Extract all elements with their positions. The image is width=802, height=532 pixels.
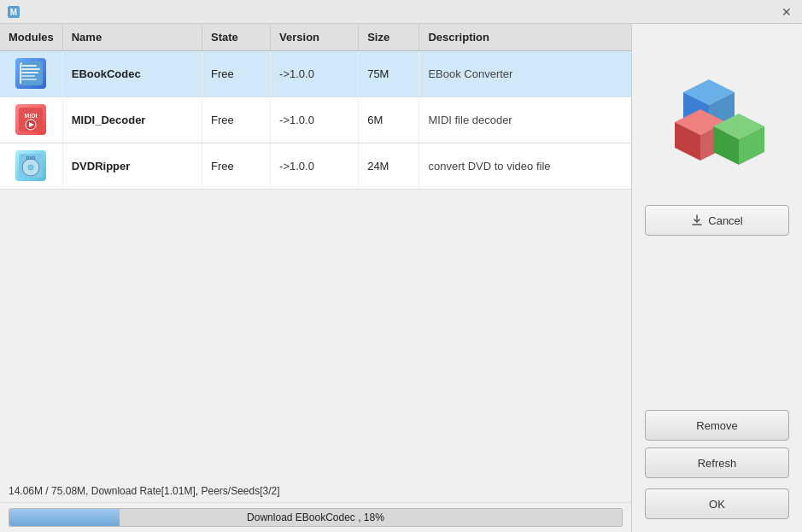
table-header-row: Modules Name State Version Size Descript… — [0, 24, 631, 51]
module-description: convert DVD to video file — [419, 143, 631, 190]
right-bottom-buttons: Remove Refresh OK — [645, 410, 789, 519]
left-panel: Modules Name State Version Size Descript… — [0, 24, 631, 532]
module-size: 24M — [359, 143, 419, 190]
svg-rect-4 — [21, 68, 40, 70]
module-size: 6M — [359, 97, 419, 143]
midi-icon: MIDI — [15, 104, 46, 135]
progress-bar: Download EBookCodec , 18% — [9, 508, 623, 527]
close-button[interactable]: ✕ — [778, 3, 795, 20]
module-state: Free — [202, 143, 271, 190]
module-version: ->1.0.0 — [271, 97, 359, 143]
svg-text:DVD: DVD — [26, 155, 36, 161]
table-container: Modules Name State Version Size Descript… — [0, 24, 631, 480]
progress-area: Download EBookCodec , 18% — [0, 502, 631, 532]
remove-button[interactable]: Remove — [645, 410, 789, 441]
ok-label: OK — [709, 498, 725, 511]
svg-rect-3 — [21, 65, 37, 67]
dvd-icon: DVD — [15, 150, 46, 181]
module-state: Free — [202, 97, 271, 143]
col-state: State — [202, 24, 271, 51]
module-size: 75M — [359, 51, 419, 97]
svg-rect-5 — [21, 72, 38, 73]
right-buttons: Cancel — [645, 205, 789, 236]
cancel-label: Cancel — [708, 214, 742, 227]
ok-button[interactable]: OK — [645, 488, 789, 519]
table-row[interactable]: DVD DVDRipperFree->1.0.024Mconvert DVD t… — [0, 143, 631, 190]
col-modules: Modules — [0, 24, 62, 51]
svg-rect-7 — [21, 79, 37, 80]
cancel-button[interactable]: Cancel — [645, 205, 789, 236]
module-icon-cell — [0, 51, 62, 97]
module-name: MIDI_Decoder — [62, 97, 202, 143]
main-content: Modules Name State Version Size Descript… — [0, 24, 802, 532]
col-size: Size — [359, 24, 419, 51]
status-bar: 14.06M / 75.08M, Download Rate[1.01M], P… — [0, 480, 631, 502]
module-icon-cell: MIDI — [0, 97, 62, 143]
progress-label: Download EBookCodec , 18% — [9, 512, 622, 523]
col-description: Description — [419, 24, 631, 51]
remove-label: Remove — [696, 419, 737, 432]
svg-text:MIDI: MIDI — [25, 113, 38, 119]
ebook-icon — [15, 58, 46, 89]
cubes-logo — [666, 67, 769, 169]
title-bar: M ✕ — [0, 0, 802, 24]
module-name: DVDRipper — [62, 143, 202, 190]
app-icon: M — [7, 5, 20, 19]
logo-area — [666, 41, 769, 195]
module-version: ->1.0.0 — [271, 143, 359, 190]
module-description: EBook Converter — [419, 51, 631, 97]
refresh-button[interactable]: Refresh — [645, 447, 789, 478]
status-text: 14.06M / 75.08M, Download Rate[1.01M], P… — [9, 485, 280, 497]
module-icon-cell: DVD — [0, 143, 62, 190]
right-panel: Cancel Remove Refresh OK — [631, 24, 802, 532]
svg-point-13 — [28, 165, 33, 170]
col-name: Name — [62, 24, 202, 51]
module-state: Free — [202, 51, 271, 97]
svg-text:M: M — [10, 8, 17, 17]
table-row[interactable]: MIDI MIDI_DecoderFree->1.0.06MMIDI file … — [0, 97, 631, 143]
module-version: ->1.0.0 — [271, 51, 359, 97]
module-description: MIDI file decoder — [419, 97, 631, 143]
title-bar-left: M — [7, 5, 20, 19]
refresh-label: Refresh — [698, 457, 737, 470]
table-row[interactable]: EBookCodecFree->1.0.075MEBook Converter — [0, 51, 631, 97]
download-icon — [691, 214, 703, 226]
module-table: Modules Name State Version Size Descript… — [0, 24, 631, 190]
col-version: Version — [271, 24, 359, 51]
module-name: EBookCodec — [62, 51, 202, 97]
svg-rect-6 — [21, 75, 35, 77]
